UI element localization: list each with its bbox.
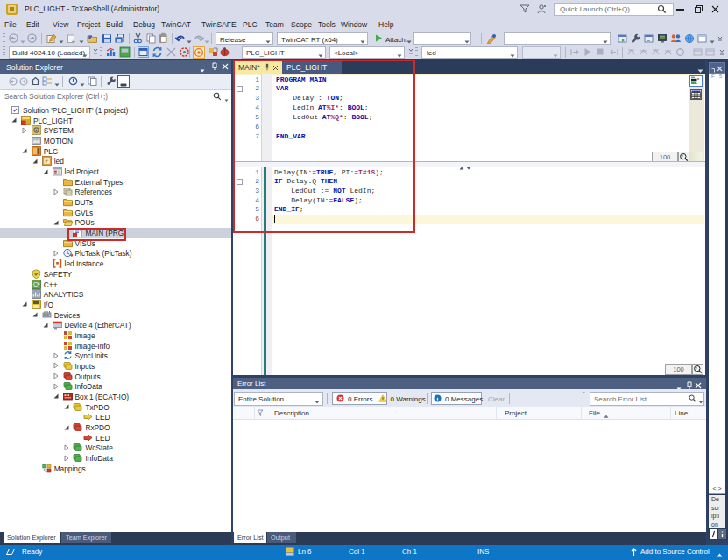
svg-text:C: C	[33, 281, 38, 287]
